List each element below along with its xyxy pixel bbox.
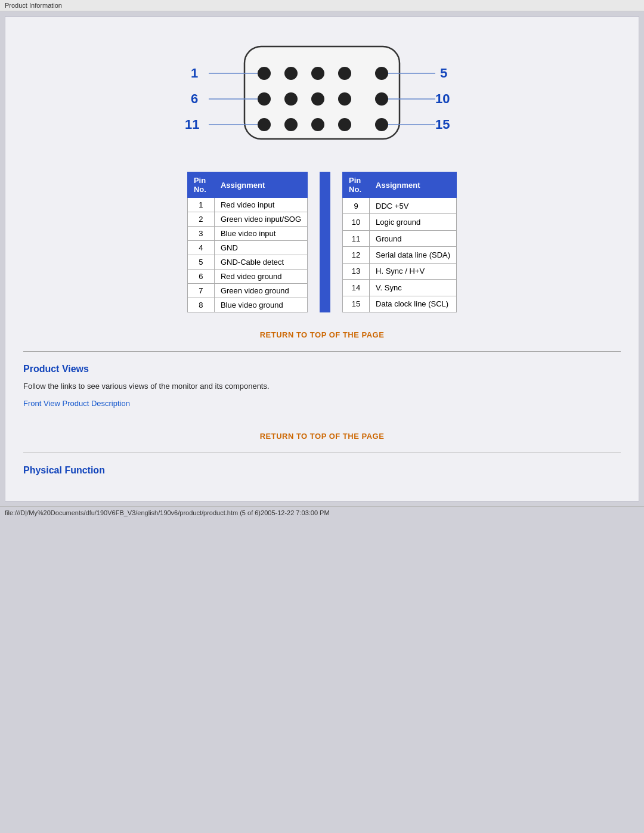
svg-point-5 <box>375 67 388 80</box>
front-view-link[interactable]: Front View Product Description <box>23 399 130 408</box>
bottom-bar: file:///D|/My%20Documents/dfu/190V6FB_V3… <box>0 506 644 519</box>
pin-assignment: Logic ground <box>370 214 457 230</box>
product-views-body: Follow the links to see various views of… <box>23 382 621 391</box>
pin-number: 3 <box>187 227 214 241</box>
table-row: 13H. Sync / H+V <box>343 263 457 279</box>
pin-number: 11 <box>343 230 370 246</box>
pin-assignment: Red video ground <box>214 270 307 284</box>
table-row: 2Green video input/SOG <box>187 212 307 227</box>
svg-point-9 <box>338 92 351 106</box>
pin-assignment: Blue video ground <box>214 298 307 312</box>
pin-label-10: 10 <box>435 91 450 106</box>
table-row: 15Data clock line (SCL) <box>343 296 457 312</box>
pin-assignment: Serial data line (SDA) <box>370 247 457 263</box>
table-row: 7Green video ground <box>187 284 307 298</box>
product-views-section: Product Views Follow the links to see va… <box>23 364 621 408</box>
pin-assignment: GND <box>214 241 307 255</box>
product-views-title: Product Views <box>23 364 621 374</box>
main-content: 1 6 11 5 10 15 Pin No. Assignment 1Red v… <box>5 16 639 501</box>
pin-tables: Pin No. Assignment 1Red video input2Gree… <box>23 172 621 312</box>
pin-number: 14 <box>343 280 370 296</box>
svg-point-1 <box>258 67 271 80</box>
pin-assignment: GND-Cable detect <box>214 255 307 270</box>
svg-point-6 <box>258 92 271 106</box>
table-row: 10Logic ground <box>343 214 457 230</box>
divider-1 <box>23 351 621 352</box>
pin-assignment: Green video input/SOG <box>214 212 307 227</box>
connector-diagram: 1 6 11 5 10 15 <box>23 35 621 154</box>
pin-number: 7 <box>187 284 214 298</box>
return-link-1-anchor[interactable]: RETURN TO TOP OF THE PAGE <box>260 330 385 339</box>
left-table-header-assign: Assignment <box>214 172 307 198</box>
svg-point-3 <box>311 67 324 80</box>
svg-point-10 <box>375 92 388 106</box>
pin-assignment: Ground <box>370 230 457 246</box>
pin-assignment: Data clock line (SCL) <box>370 296 457 312</box>
pin-number: 10 <box>343 214 370 230</box>
table-row: 3Blue video input <box>187 227 307 241</box>
pin-label-11: 11 <box>185 117 199 132</box>
top-bar-label: Product Information <box>5 2 62 9</box>
svg-point-15 <box>375 118 388 131</box>
right-table-header-assign: Assignment <box>370 172 457 198</box>
svg-point-13 <box>311 118 324 131</box>
top-bar: Product Information <box>0 0 644 11</box>
pin-label-1: 1 <box>191 66 198 80</box>
pin-number: 8 <box>187 298 214 312</box>
pin-number: 15 <box>343 296 370 312</box>
svg-point-7 <box>284 92 298 106</box>
right-table-header-pin: Pin No. <box>343 172 370 198</box>
table-row: 14V. Sync <box>343 280 457 296</box>
pin-number: 1 <box>187 198 214 212</box>
pin-number: 13 <box>343 263 370 279</box>
pin-assignment: H. Sync / H+V <box>370 263 457 279</box>
table-divider <box>320 172 330 312</box>
divider-2 <box>23 453 621 453</box>
table-row: 1Red video input <box>187 198 307 212</box>
pin-number: 12 <box>343 247 370 263</box>
table-row: 6Red video ground <box>187 270 307 284</box>
connector-svg: 1 6 11 5 10 15 <box>173 35 471 154</box>
bottom-bar-path: file:///D|/My%20Documents/dfu/190V6FB_V3… <box>5 509 330 516</box>
pin-number: 6 <box>187 270 214 284</box>
pin-assignment: Blue video input <box>214 227 307 241</box>
pin-label-5: 5 <box>440 66 447 80</box>
svg-point-14 <box>338 118 351 131</box>
svg-point-4 <box>338 67 351 80</box>
left-table-header-pin: Pin No. <box>187 172 214 198</box>
pin-label-15: 15 <box>435 117 450 132</box>
table-row: 4GND <box>187 241 307 255</box>
pin-label-6: 6 <box>191 91 198 106</box>
table-row: 11Ground <box>343 230 457 246</box>
table-row: 9DDC +5V <box>343 198 457 214</box>
pin-assignment: V. Sync <box>370 280 457 296</box>
pin-assignment: Green video ground <box>214 284 307 298</box>
return-link-2-anchor[interactable]: RETURN TO TOP OF THE PAGE <box>260 432 385 441</box>
svg-point-8 <box>311 92 324 106</box>
right-pin-table: Pin No. Assignment 9DDC +5V10Logic groun… <box>342 172 457 312</box>
physical-function-title: Physical Function <box>23 465 621 476</box>
physical-function-section: Physical Function <box>23 465 621 476</box>
table-row: 5GND-Cable detect <box>187 255 307 270</box>
pin-number: 2 <box>187 212 214 227</box>
table-row: 12Serial data line (SDA) <box>343 247 457 263</box>
svg-point-11 <box>258 118 271 131</box>
pin-assignment: Red video input <box>214 198 307 212</box>
return-link-2[interactable]: RETURN TO TOP OF THE PAGE <box>23 432 621 441</box>
pin-number: 9 <box>343 198 370 214</box>
svg-point-12 <box>284 118 298 131</box>
left-pin-table: Pin No. Assignment 1Red video input2Gree… <box>187 172 308 312</box>
pin-number: 5 <box>187 255 214 270</box>
pin-assignment: DDC +5V <box>370 198 457 214</box>
svg-point-2 <box>284 67 298 80</box>
return-link-1[interactable]: RETURN TO TOP OF THE PAGE <box>23 330 621 339</box>
table-row: 8Blue video ground <box>187 298 307 312</box>
pin-number: 4 <box>187 241 214 255</box>
